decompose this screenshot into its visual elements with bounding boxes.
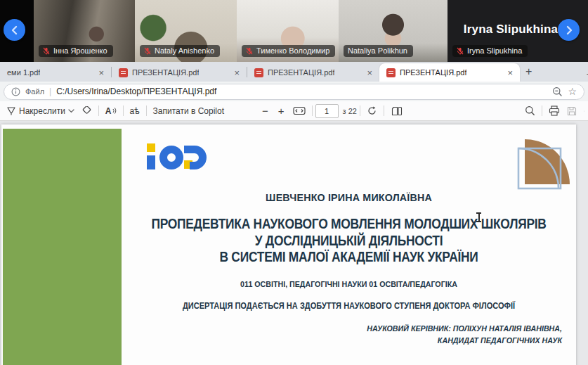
translate-icon: аѣ xyxy=(130,106,140,116)
participant-name-badge: Nataliya Polikhun xyxy=(344,45,413,57)
gallery-prev-button[interactable] xyxy=(4,19,25,41)
search-document-button[interactable] xyxy=(521,103,539,120)
tab-close-icon[interactable]: × xyxy=(97,68,105,77)
specialty-line: 011 ОСВІТНІ, ПЕДАГОГІЧНІ НАУКИ 01 ОСВІТА… xyxy=(129,280,570,288)
print-button[interactable] xyxy=(545,103,563,120)
mic-muted-icon xyxy=(457,47,464,55)
tab-close-icon[interactable]: × xyxy=(365,68,374,77)
tab-close-icon[interactable]: × xyxy=(506,68,514,77)
sound-waves-icon xyxy=(112,107,117,115)
draw-label: Накреслити xyxy=(19,106,65,116)
slide-green-panel xyxy=(3,129,122,365)
video-tile[interactable]: Nataliya Polikhun xyxy=(339,0,447,62)
toolbar-divider xyxy=(384,105,384,116)
supervisor-line-2: КАНДИДАТ ПЕДАГОГІЧНИХ НАУК xyxy=(121,335,562,347)
app-window: Інна Ярошенко Nataly Anishenko Тименко В… xyxy=(0,0,588,365)
fit-to-width-button[interactable] xyxy=(289,103,309,120)
page-count-label: з 22 xyxy=(343,107,357,115)
participant-display-name: Iryna Slipukhina xyxy=(447,23,574,37)
zoom-indicator-icon[interactable] xyxy=(552,87,563,97)
supervisor-block: НАУКОВИЙ КЕРІВНИК: ПОЛІХУН НАТАЛІЯ ІВАНІ… xyxy=(121,323,562,347)
title-line-2: У ДОСЛІДНИЦЬКІЙ ДІЯЛЬНОСТІ xyxy=(151,233,547,250)
zoom-in-button[interactable]: + xyxy=(273,105,289,117)
browser-tab[interactable]: ПРЕЗЕНТАЦІЯ.pdf × xyxy=(112,63,247,82)
toolbar-divider xyxy=(123,105,124,116)
participant-name: Інна Ярошенко xyxy=(53,46,107,55)
new-tab-button[interactable]: + xyxy=(520,64,537,79)
toolbar-divider xyxy=(542,105,542,116)
page-view-button[interactable] xyxy=(387,103,406,120)
translate-button[interactable]: аѣ xyxy=(126,103,143,120)
toolbar-divider xyxy=(312,105,313,116)
participant-name-badge: Nataly Anishenko xyxy=(140,45,220,57)
tab-title: еми 1.pdf xyxy=(7,68,40,77)
read-aloud-button[interactable]: A xyxy=(102,103,120,120)
decor-quarter-circle xyxy=(515,137,580,196)
participant-name: Nataliya Polikhun xyxy=(348,46,407,55)
supervisor-line-1: НАУКОВИЙ КЕРІВНИК: ПОЛІХУН НАТАЛІЯ ІВАНІ… xyxy=(121,323,562,335)
chevron-right-icon xyxy=(564,25,574,35)
url-path[interactable]: C:/Users/Irina/Desktop/ПРЕЗЕНТАЦІЯ.pdf xyxy=(56,87,547,96)
video-tile[interactable]: Nataly Anishenko xyxy=(135,0,237,62)
toolbar-divider xyxy=(146,105,147,116)
thesis-note-line: ДИСЕРТАЦІЯ ПОДАЄТЬСЯ НА ЗДОБУТТЯ НАУКОВО… xyxy=(140,301,558,311)
text-cursor-artifact xyxy=(476,212,482,222)
slide-page: ШЕВЧЕНКО ІРИНА МИКОЛАЇВНА ПРОПЕДЕВТИКА Н… xyxy=(1,124,576,365)
video-tile[interactable]: Інна Ярошенко xyxy=(34,0,135,62)
participant-name: Тименко Володимир xyxy=(256,46,329,55)
save-button[interactable] xyxy=(563,103,580,120)
read-aloud-icon: A xyxy=(105,106,112,116)
erase-button[interactable] xyxy=(78,103,96,120)
pdf-content-area[interactable]: ШЕВЧЕНКО ІРИНА МИКОЛАЇВНА ПРОПЕДЕВТИКА Н… xyxy=(0,121,588,365)
rotate-icon xyxy=(367,105,377,116)
iod-logo xyxy=(143,142,212,173)
participant-name-badge: Iryna Slipukhina xyxy=(452,45,528,57)
ask-copilot-button[interactable]: Запитати в Copilot xyxy=(150,103,228,120)
save-as-icon xyxy=(584,106,584,116)
zoom-out-button[interactable]: − xyxy=(257,105,273,117)
url-scheme-label: Файл xyxy=(25,87,44,96)
favorite-star-icon[interactable]: ☆ xyxy=(568,87,577,96)
video-participants-strip: Інна Ярошенко Nataly Anishenko Тименко В… xyxy=(0,0,588,62)
author-name: ШЕВЧЕНКО ІРИНА МИКОЛАЇВНА xyxy=(133,191,565,203)
eraser-icon xyxy=(81,106,92,115)
tab-title: ПРЕЗЕНТАЦІЯ.pdf xyxy=(268,68,334,77)
tab-title: ПРЕЗЕНТАЦІЯ.pdf xyxy=(132,68,199,77)
participant-name: Iryna Slipukhina xyxy=(467,46,522,55)
browser-tab[interactable]: еми 1.pdf × xyxy=(0,63,111,82)
rotate-button[interactable] xyxy=(363,103,381,120)
video-tile[interactable]: Тименко Володимир xyxy=(237,0,339,62)
draw-button[interactable]: Накреслити xyxy=(3,103,78,120)
participant-name-badge: Тименко Володимир xyxy=(242,45,335,57)
participant-name-badge: Інна Ярошенко xyxy=(39,45,113,57)
toolbar-divider xyxy=(360,105,360,116)
browser-tab-active[interactable]: ПРЕЗЕНТАЦІЯ.pdf × xyxy=(379,63,520,82)
pdf-file-icon xyxy=(254,68,263,77)
fit-width-icon xyxy=(293,106,306,115)
gallery-next-button[interactable] xyxy=(558,19,580,41)
printer-icon xyxy=(549,105,560,116)
page-number-input[interactable] xyxy=(315,104,339,118)
address-bar[interactable]: Файл | C:/Users/Irina/Desktop/ПРЕЗЕНТАЦІ… xyxy=(4,84,584,100)
toolbar-divider xyxy=(98,105,99,116)
mic-muted-icon xyxy=(246,47,253,55)
mic-muted-icon xyxy=(144,47,151,55)
dissertation-title: ПРОПЕДЕВТИКА НАУКОВОГО МОВЛЕННЯ МОЛОДШИХ… xyxy=(151,216,547,266)
two-page-view-icon xyxy=(391,106,403,116)
mic-muted-icon xyxy=(43,47,50,55)
browser-tab[interactable]: ПРЕЗЕНТАЦІЯ.pdf × xyxy=(247,63,379,82)
save-icon xyxy=(567,106,577,116)
title-line-1: ПРОПЕДЕВТИКА НАУКОВОГО МОВЛЕННЯ МОЛОДШИХ… xyxy=(151,216,547,233)
tab-close-icon[interactable]: × xyxy=(233,68,241,77)
browser-tab-bar: еми 1.pdf × ПРЕЗЕНТАЦІЯ.pdf × ПРЕЗЕНТАЦІ… xyxy=(0,62,588,82)
chevron-down-icon xyxy=(68,109,74,113)
pen-icon xyxy=(6,106,16,116)
url-separator: | xyxy=(49,87,51,96)
save-as-button[interactable] xyxy=(580,103,588,120)
tab-title: ПРЕЗЕНТАЦІЯ.pdf xyxy=(400,68,466,77)
pdf-file-icon xyxy=(119,68,128,77)
browser-address-row: Файл | C:/Users/Irina/Desktop/ПРЕЗЕНТАЦІ… xyxy=(0,82,588,101)
chevron-left-icon xyxy=(10,25,20,35)
participant-name: Nataly Anishenko xyxy=(155,46,214,55)
site-info-icon[interactable] xyxy=(11,87,20,96)
